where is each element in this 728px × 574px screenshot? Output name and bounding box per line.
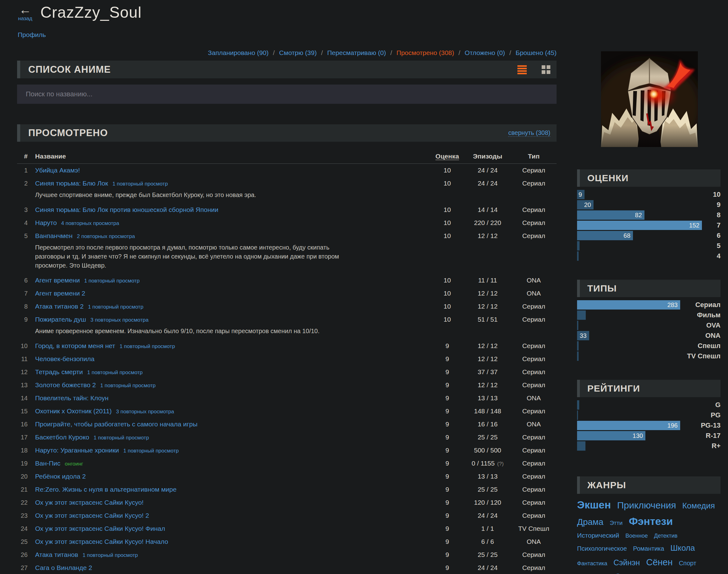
- episodes-value: 0 / 1155(?): [464, 460, 511, 467]
- genre-tag-link[interactable]: Комедия: [682, 501, 715, 510]
- anime-title-link[interactable]: Человек-бензопила: [35, 355, 94, 362]
- rewatch-link[interactable]: 1 повторный просмотр: [84, 278, 139, 284]
- anime-title-link[interactable]: Агент времени 2: [35, 290, 85, 297]
- anime-title-link[interactable]: Ребёнок идола 2: [35, 473, 86, 480]
- score-value: 9: [430, 447, 464, 454]
- collapse-link[interactable]: свернуть (308): [508, 129, 550, 137]
- rewatch-link[interactable]: 1 повторный просмотр: [120, 343, 175, 349]
- chart-bar-area: 68: [577, 231, 702, 240]
- anime-title-link[interactable]: Ван-Пис: [35, 460, 60, 467]
- rewatch-link[interactable]: 3 повторных просмотра: [90, 317, 148, 323]
- status-tab[interactable]: Смотрю (39): [279, 49, 317, 56]
- genre-tag-link[interactable]: Фэнтези: [629, 515, 673, 527]
- anime-title-link[interactable]: Город, в котором меня нет: [35, 342, 115, 349]
- anime-title-link[interactable]: Пожиратель душ: [35, 316, 86, 323]
- anime-title-link[interactable]: Ванпанчмен: [35, 232, 73, 239]
- column-header-title[interactable]: Название: [28, 153, 430, 160]
- anime-title-link[interactable]: Баскетбол Куроко: [35, 434, 89, 441]
- search-input[interactable]: [17, 85, 556, 104]
- genre-tag-link[interactable]: Школа: [670, 543, 695, 553]
- rewatch-link[interactable]: 1 повторный просмотр: [93, 435, 149, 441]
- genre-tag-link[interactable]: Военное: [626, 533, 648, 539]
- genre-tag-link[interactable]: Детектив: [654, 533, 678, 539]
- anime-title-link[interactable]: Атака титанов 2: [35, 303, 84, 310]
- anime-title-link[interactable]: Атака титанов: [35, 551, 78, 558]
- rewatch-link[interactable]: 3 повторных просмотра: [116, 409, 174, 415]
- anime-title-link[interactable]: Убийца Акамэ!: [35, 167, 80, 174]
- genre-tag-link[interactable]: Сёнен: [646, 557, 672, 568]
- rewatch-link[interactable]: 4 повторных просмотра: [61, 220, 119, 226]
- status-tab[interactable]: Отложено (0): [465, 49, 505, 56]
- genre-tag-link[interactable]: Драма: [577, 517, 603, 527]
- table-row: 19Ван-Писонгоинг90 / 1155(?)Сериал: [17, 457, 556, 470]
- status-tab[interactable]: Брошено (45): [515, 49, 556, 56]
- score-value: 9: [430, 473, 464, 480]
- table-row: 23Ох уж этот экстрасенс Сайки Кусуо! 292…: [17, 509, 556, 522]
- genre-tag-link[interactable]: Фантастика: [577, 560, 607, 567]
- episodes-value: 24 / 24: [464, 564, 511, 572]
- chart-category-label: 7: [702, 221, 721, 229]
- anime-title-link[interactable]: Синяя тюрьма: Блю Лок против юношеской с…: [35, 206, 218, 213]
- type-value: ONA: [511, 420, 556, 428]
- genre-tag-link[interactable]: Романтика: [633, 545, 664, 552]
- anime-title-link[interactable]: Сага о Винланде 2: [35, 564, 92, 571]
- ratings-chart: РЕЙТИНГИ GPG196PG-13130R-17R+: [577, 380, 721, 452]
- genre-tag-link[interactable]: Сэйнэн: [613, 558, 640, 567]
- profile-link[interactable]: Профиль: [18, 31, 46, 39]
- list-view-icon[interactable]: [517, 65, 527, 74]
- anime-title-link[interactable]: Ох уж этот экстрасенс Сайки Кусуо! Начал…: [35, 538, 168, 545]
- status-tab[interactable]: Пересматриваю (0): [327, 49, 386, 56]
- row-number: 23: [17, 512, 28, 519]
- chart-bar: 283: [577, 300, 680, 310]
- rewatch-link[interactable]: 1 повторный просмотр: [88, 304, 143, 310]
- anime-title-link[interactable]: Повелитель тайн: Клоун: [35, 394, 108, 402]
- anime-title-link[interactable]: Re:Zero. Жизнь с нуля в альтернативном м…: [35, 486, 176, 493]
- genre-tag-link[interactable]: Экшен: [577, 499, 611, 511]
- rewatch-link[interactable]: 1 повторный просмотр: [123, 448, 179, 454]
- row-number: 16: [17, 421, 28, 428]
- anime-title-link[interactable]: Проиграйте, чтобы разбогатеть с самого н…: [35, 420, 197, 427]
- status-tab[interactable]: Запланировано (90): [208, 49, 268, 56]
- episodes-value: 51 / 51: [464, 316, 511, 323]
- column-header-episodes[interactable]: Эпизоды: [464, 153, 511, 160]
- grid-view-icon[interactable]: [542, 65, 550, 74]
- chart-bar-area: [577, 321, 680, 330]
- genres-section-title: ЖАНРЫ: [587, 480, 626, 490]
- anime-title-link[interactable]: Ох уж этот экстрасенс Сайки Кусуо! 2: [35, 512, 149, 519]
- rewatch-link[interactable]: 1 повторный просмотр: [100, 382, 155, 388]
- anime-title-link[interactable]: Тетрадь смерти: [35, 368, 83, 375]
- table-row: 20Ребёнок идола 2913 / 13Сериал: [17, 470, 556, 483]
- anime-title-link[interactable]: Наруто: [35, 219, 57, 226]
- genre-tag-link[interactable]: Сверхъестественное: [615, 572, 691, 574]
- back-button[interactable]: ← назад: [17, 3, 33, 22]
- anime-title-link[interactable]: Агент времени: [35, 277, 80, 284]
- genre-tag-link[interactable]: Приключения: [617, 500, 676, 511]
- row-number: 10: [17, 342, 28, 350]
- table-row: 3Синяя тюрьма: Блю Лок против юношеской …: [17, 203, 556, 216]
- rewatch-link[interactable]: 1 повторный просмотр: [87, 370, 143, 375]
- column-header-type[interactable]: Тип: [511, 153, 556, 160]
- row-number: 8: [17, 303, 28, 310]
- rewatch-link[interactable]: 1 повторный просмотр: [83, 552, 138, 558]
- table-row: 2Синяя тюрьма: Блю Лок1 повторный просмо…: [17, 177, 556, 190]
- genre-tag-link[interactable]: Исторический: [577, 532, 619, 539]
- column-header-score[interactable]: Оценка: [430, 153, 464, 160]
- ratings-chart-title: РЕЙТИНГИ: [587, 383, 640, 394]
- genre-tag-link[interactable]: Этти: [610, 520, 623, 527]
- anime-title-link[interactable]: Наруто: Ураганные хроники: [35, 447, 119, 454]
- chart-category-label: PG-13: [680, 421, 721, 429]
- anime-title-link[interactable]: Охотник х Охотник (2011): [35, 407, 112, 415]
- anime-title-link[interactable]: Золотое божество 2: [35, 381, 96, 388]
- rewatch-link[interactable]: 2 повторных просмотра: [77, 233, 135, 239]
- genre-tag-link[interactable]: Спорт: [679, 560, 696, 567]
- anime-title-link[interactable]: Ох уж этот экстрасенс Сайки Кусуо!: [35, 499, 143, 506]
- type-value: Сериал: [511, 460, 556, 467]
- row-number: 15: [17, 408, 28, 415]
- rewatch-link[interactable]: 1 повторный просмотр: [112, 181, 168, 187]
- anime-title-link[interactable]: Ох уж этот экстрасенс Сайки Кусуо! Финал: [35, 525, 165, 532]
- episodes-value: 6 / 6: [464, 538, 511, 545]
- anime-title-link[interactable]: Синяя тюрьма: Блю Лок: [35, 180, 108, 187]
- chart-bar: 82: [577, 210, 644, 220]
- status-tab[interactable]: Просмотрено (308): [397, 49, 454, 56]
- genre-tag-link[interactable]: Психологическое: [577, 545, 627, 552]
